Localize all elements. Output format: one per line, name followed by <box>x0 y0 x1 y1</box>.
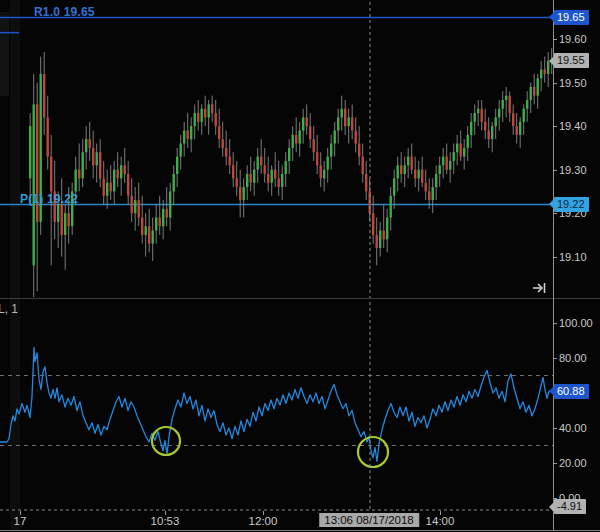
axis-tick-label: 19.30 <box>559 164 587 176</box>
badge-arrow <box>549 199 554 209</box>
axis-tick-mark <box>553 257 557 258</box>
scroll-to-latest-icon[interactable] <box>531 279 549 297</box>
time-tick-label: 10:53 <box>151 515 180 527</box>
indicator-pane[interactable] <box>0 300 553 511</box>
axis-tick-mark <box>553 428 557 429</box>
time-tick-label: 14:00 <box>426 515 455 527</box>
axis-tick-label: 19.10 <box>559 251 587 263</box>
badge-text: 19.55 <box>557 54 585 66</box>
axis-tick-label: 19.50 <box>559 77 587 89</box>
badge-arrow <box>549 56 554 66</box>
axis-tick-label: 19.60 <box>559 33 587 45</box>
indicator-symbol-label: L, 1 <box>0 302 18 316</box>
axis-tick-mark <box>553 323 557 324</box>
pane-separator <box>0 298 600 299</box>
axis-tick-mark <box>553 463 557 464</box>
price-axis[interactable]: 19.6019.5019.4019.3019.2019.1019.6519.55… <box>553 0 600 299</box>
badge-text: 60.88 <box>557 385 585 397</box>
crosshair-time-badge: 13:06 08/17/2018 <box>319 513 419 527</box>
axis-tick-label: 100.00 <box>559 317 593 329</box>
trading-chart-window: R1.0 19.65 P(1) 19.22 L, 1 19.6019.5019.… <box>0 0 600 532</box>
axis-tick-mark <box>553 126 557 127</box>
axis-tick-label: 80.00 <box>559 352 587 364</box>
badge-text: 19.65 <box>557 11 585 23</box>
badge-text: 19.22 <box>557 198 585 210</box>
bottom-border <box>0 530 600 531</box>
axis-tick-mark <box>553 39 557 40</box>
time-tick-label: 12:00 <box>249 515 278 527</box>
axis-tick-label: 40.00 <box>559 422 587 434</box>
axis-tick-label: 19.40 <box>559 120 587 132</box>
indicator-axis[interactable]: 100.0080.0040.0020.000.0060.88-4.91 <box>553 299 600 511</box>
current-value-badge: 19.55 <box>554 53 589 68</box>
badge-arrow <box>549 12 554 22</box>
level-value-badge: 60.88 <box>554 384 589 399</box>
pivot-level-label: P(1) 19.22 <box>20 192 78 206</box>
time-tick-label: 17 <box>14 515 27 527</box>
r1-level-label: R1.0 19.65 <box>34 5 95 19</box>
axis-tick-label: 20.00 <box>559 457 587 469</box>
time-axis[interactable]: 1710:5312:0014:0013:06 08/17/2018 <box>0 511 600 530</box>
axis-tick-mark <box>553 213 557 214</box>
axis-tick-mark <box>553 170 557 171</box>
level-value-badge: 19.65 <box>554 10 589 25</box>
axis-tick-mark <box>553 358 557 359</box>
axis-tick-mark <box>553 83 557 84</box>
level-value-badge: 19.22 <box>554 197 589 212</box>
price-pane[interactable] <box>0 0 553 298</box>
badge-arrow <box>549 386 554 396</box>
